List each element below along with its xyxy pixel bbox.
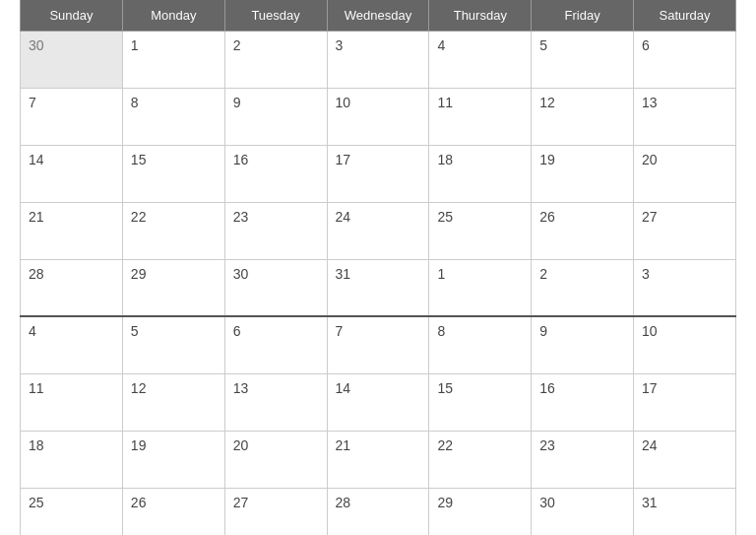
calendar-day: 19	[532, 145, 634, 202]
calendar-day: 16	[532, 373, 634, 431]
calendar-day: 3	[327, 31, 429, 88]
calendar-day: 8	[429, 316, 532, 373]
calendar-day: 4	[21, 316, 123, 373]
week-row-7: 18192021222324	[21, 431, 736, 488]
header-cell-monday: Monday	[122, 0, 224, 31]
calendar-day: 15	[122, 145, 224, 202]
calendar-day: 14	[327, 373, 429, 431]
header-cell-wednesday: Wednesday	[327, 0, 429, 31]
week-row-5: 45678910	[21, 316, 736, 373]
header-cell-thursday: Thursday	[429, 0, 532, 31]
calendar-day: 20	[634, 145, 736, 202]
week-row-6: 11121314151617	[21, 373, 736, 431]
calendar-day: 28	[21, 259, 123, 316]
calendar-day: 26	[122, 488, 224, 535]
calendar-body: 3012345678910111213141516171819202122232…	[21, 31, 736, 535]
calendar-day: 7	[21, 88, 123, 145]
calendar-day: 5	[532, 31, 634, 88]
calendar-day: 13	[634, 88, 736, 145]
calendar-day: 3	[634, 259, 736, 316]
calendar-day: 10	[327, 88, 429, 145]
calendar-day: 21	[21, 202, 123, 259]
calendar-day: 31	[634, 488, 736, 535]
calendar-day: 30	[21, 31, 123, 88]
calendar-day: 22	[429, 431, 532, 488]
calendar-day: 11	[429, 88, 532, 145]
week-row-1: 78910111213	[21, 88, 736, 145]
calendar-day: 12	[532, 88, 634, 145]
calendar-day: 6	[224, 316, 327, 373]
calendar-day: 8	[122, 88, 224, 145]
calendar-container: July August 2024 SundayMondayTuesdayWedn…	[10, 0, 746, 535]
header-cell-sunday: Sunday	[21, 0, 123, 31]
calendar-day: 13	[224, 373, 327, 431]
calendar-day: 4	[429, 31, 532, 88]
calendar-day: 2	[224, 31, 327, 88]
calendar-day: 24	[327, 202, 429, 259]
calendar-day: 27	[224, 488, 327, 535]
calendar-day: 9	[224, 88, 327, 145]
week-row-2: 14151617181920	[21, 145, 736, 202]
header-row: SundayMondayTuesdayWednesdayThursdayFrid…	[21, 0, 736, 31]
calendar-day: 21	[327, 431, 429, 488]
calendar-day: 25	[21, 488, 123, 535]
header-cell-friday: Friday	[532, 0, 634, 31]
week-row-3: 21222324252627	[21, 202, 736, 259]
calendar-day: 30	[224, 259, 327, 316]
calendar-day: 22	[122, 202, 224, 259]
calendar-day: 18	[21, 431, 123, 488]
calendar-day: 12	[122, 373, 224, 431]
calendar-header: SundayMondayTuesdayWednesdayThursdayFrid…	[21, 0, 736, 31]
calendar-day: 1	[429, 259, 532, 316]
week-row-0: 30123456	[21, 31, 736, 88]
calendar-day: 17	[327, 145, 429, 202]
calendar-day: 26	[532, 202, 634, 259]
calendar-day: 18	[429, 145, 532, 202]
calendar-day: 2	[532, 259, 634, 316]
calendar-day: 14	[21, 145, 123, 202]
calendar-day: 7	[327, 316, 429, 373]
calendar-day: 11	[21, 373, 123, 431]
calendar-day: 28	[327, 488, 429, 535]
header-cell-tuesday: Tuesday	[224, 0, 327, 31]
calendar-day: 23	[532, 431, 634, 488]
calendar-day: 10	[634, 316, 736, 373]
calendar-day: 29	[122, 259, 224, 316]
calendar-table: SundayMondayTuesdayWednesdayThursdayFrid…	[20, 0, 736, 535]
calendar-day: 5	[122, 316, 224, 373]
calendar-day: 25	[429, 202, 532, 259]
calendar-day: 27	[634, 202, 736, 259]
calendar-day: 15	[429, 373, 532, 431]
header-cell-saturday: Saturday	[634, 0, 736, 31]
calendar-day: 17	[634, 373, 736, 431]
calendar-day: 16	[224, 145, 327, 202]
calendar-day: 1	[122, 31, 224, 88]
week-row-4: 28293031123	[21, 259, 736, 316]
calendar-day: 9	[532, 316, 634, 373]
calendar-day: 23	[224, 202, 327, 259]
calendar-day: 29	[429, 488, 532, 535]
calendar-day: 19	[122, 431, 224, 488]
calendar-day: 20	[224, 431, 327, 488]
calendar-day: 24	[634, 431, 736, 488]
calendar-day: 31	[327, 259, 429, 316]
calendar-day: 30	[532, 488, 634, 535]
week-row-8: 25262728293031	[21, 488, 736, 535]
calendar-day: 6	[634, 31, 736, 88]
